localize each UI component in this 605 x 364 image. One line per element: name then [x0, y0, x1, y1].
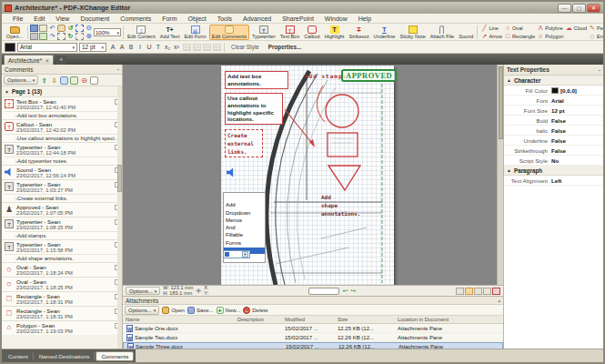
toolbar-labeled-button[interactable]: Edit Content [126, 25, 157, 40]
continuous-view-icon[interactable] [465, 288, 473, 295]
oval-annotation[interactable] [326, 95, 358, 127]
comment-item[interactable]: Typewriter - Sean 23/02/2017, 1:15:58 PM… [2, 239, 122, 262]
open-button[interactable]: Open... [4, 25, 25, 40]
comment-item[interactable]: Oval - Sean 23/02/2017, 1:18:24 PM [2, 262, 122, 277]
sidebar-bottom-tab[interactable]: Comments [96, 351, 134, 361]
previous-view-icon[interactable]: ↩ [342, 288, 348, 295]
shape-tool-bottom[interactable]: Eraser [589, 33, 603, 40]
chevron-down-icon[interactable]: ▾ [242, 251, 248, 258]
zoom-in-icon[interactable] [85, 33, 93, 40]
dropdown-form-field[interactable]: ▾ [223, 250, 250, 258]
new-tab-button[interactable]: + [55, 56, 66, 65]
menu-item[interactable]: Help [353, 15, 377, 22]
shape-tool-bottom[interactable]: Polygon [537, 33, 563, 40]
property-row[interactable]: Script Style No [504, 156, 603, 166]
attachment-row[interactable]: WSample One.docx 15/02/2017 ... 12.25 KB… [123, 324, 503, 333]
comment-item[interactable]: Typewriter - Sean 23/02/2017, 1:08:25 PM… [2, 217, 122, 239]
redo-icon[interactable] [48, 33, 56, 40]
previous-comment-icon[interactable] [40, 76, 48, 85]
sidebar-bottom-tab[interactable]: Content [4, 352, 34, 360]
attachments-options-button[interactable]: Options...▾ [125, 306, 159, 315]
clear-style-button[interactable]: Clear Style [227, 44, 263, 50]
maximize-button[interactable]: ▢ [572, 4, 586, 13]
menu-item[interactable]: Object [182, 15, 211, 22]
comment-item[interactable]: Oval - Sean 23/02/2017, 1:18:25 PM [2, 277, 122, 291]
menu-item[interactable]: Tools [212, 15, 237, 22]
expand-comments-icon[interactable] [60, 76, 68, 85]
format-button[interactable]: x₂ [163, 43, 172, 52]
undo-icon[interactable] [48, 25, 56, 32]
page-number-field[interactable] [308, 288, 339, 295]
property-row[interactable]: Text Alignment Left [504, 176, 603, 186]
delete-attachment-button[interactable]: Delete [243, 307, 267, 314]
format-button[interactable]: I [136, 43, 145, 52]
font-size-select[interactable]: 12 pt▾ [79, 43, 106, 52]
menu-item[interactable]: Window [319, 15, 353, 22]
menu-item[interactable]: Edit [28, 15, 50, 22]
shape-tool-top[interactable]: Line [480, 25, 502, 32]
delete-comment-icon[interactable] [80, 76, 88, 85]
comment-item[interactable]: Text Box - Sean 23/02/2017, 12:41:40 PM … [2, 96, 122, 119]
minimize-button[interactable]: — [558, 4, 571, 13]
toolbar-labeled-button[interactable]: Strikeout [347, 25, 370, 40]
attachment-row[interactable]: WSample Two.docx 15/02/2017 ... 12.26 KB… [123, 333, 503, 342]
menu-item[interactable]: View [50, 15, 75, 22]
align-right-icon[interactable] [203, 44, 211, 51]
toolbar-labeled-button[interactable]: Sound [457, 25, 475, 40]
next-comment-icon[interactable] [50, 76, 58, 85]
pin-icon[interactable]: ▪ [117, 66, 119, 72]
property-row[interactable]: Bold False [504, 116, 603, 126]
property-row[interactable]: Font Arial [504, 96, 603, 106]
collapse-comments-icon[interactable] [70, 76, 78, 85]
comment-item[interactable]: Polygon - Sean 23/02/2017, 1:19:03 PM [2, 320, 122, 335]
toolbar-labeled-button[interactable]: Text Box [278, 25, 301, 40]
toolbar-labeled-button[interactable]: Callout [302, 25, 321, 40]
shape-tool-top[interactable]: Polyline [537, 25, 563, 32]
menu-item[interactable]: Document [75, 15, 115, 22]
font-family-select[interactable]: Arial▾ [17, 43, 77, 52]
close-panel-icon[interactable]: ▪ [599, 67, 600, 73]
next-view-icon[interactable]: ↪ [350, 288, 356, 295]
format-button[interactable]: B [126, 43, 136, 52]
pdf-page[interactable]: Add text box annotations. Add stamps: AP… [221, 66, 394, 285]
text-color-swatch[interactable] [5, 43, 15, 52]
shape-tool-bottom[interactable] [565, 33, 587, 40]
select-all-icon[interactable] [76, 33, 84, 40]
menu-item[interactable]: SharePoint [277, 15, 319, 22]
shape-tool-top[interactable]: Pencil [589, 25, 603, 32]
external-links-note[interactable]: Create external links. [225, 129, 263, 157]
property-row[interactable]: Font Size 12 pt [504, 106, 603, 116]
shape-tool-top[interactable]: Cloud [565, 25, 587, 32]
comments-options-button[interactable]: Options...▾ [4, 76, 38, 85]
save-attachment-button[interactable]: Save... [187, 307, 214, 314]
comment-properties-icon[interactable] [90, 76, 98, 85]
text-box-annotation[interactable]: Add text box annotations. [225, 71, 288, 89]
two-page-view-icon[interactable] [474, 288, 482, 295]
toolbar-labeled-button[interactable]: Add Text [158, 25, 182, 40]
shape-tool-bottom[interactable]: Rectangle [504, 33, 535, 40]
comment-item[interactable]: Rectangle - Sean 23/02/2017, 1:18:31 PM [2, 291, 122, 306]
format-button[interactable]: A [117, 43, 126, 52]
toolbar-labeled-button[interactable]: Edit Form [182, 25, 207, 40]
print-icon[interactable] [30, 33, 38, 40]
menu-item[interactable]: Comments [115, 15, 156, 22]
comment-item[interactable]: Approved - Sean 23/02/2017, 1:07:05 PM [2, 202, 122, 217]
menu-item[interactable]: Advanced [237, 15, 277, 22]
polygon-annotation[interactable] [328, 166, 360, 190]
align-center-icon[interactable] [193, 44, 201, 51]
shape-tool-bottom[interactable]: Arrow [480, 33, 502, 40]
approved-stamp[interactable]: APPROVED [341, 69, 397, 82]
property-row[interactable]: Strikethrough False [504, 146, 603, 156]
paragraph-section-header[interactable]: ▲ Paragraph [504, 166, 603, 176]
format-button[interactable]: A [108, 43, 117, 52]
callout-annotation[interactable]: Use callout annotations to highlight spe… [225, 93, 283, 125]
shape-note[interactable]: Add shape annotations. [321, 193, 360, 217]
reading-mode-icon[interactable] [492, 288, 500, 295]
toolbar-labeled-button[interactable]: Attach File [429, 25, 456, 40]
align-justify-icon[interactable] [213, 44, 221, 51]
sidebar-bottom-tab[interactable]: Named Destinations [35, 352, 96, 360]
document-tab[interactable]: Architecture* ✕ [4, 55, 54, 65]
two-page-continuous-view-icon[interactable] [483, 288, 491, 295]
character-section-header[interactable]: ▲ Character [504, 76, 603, 86]
zoom-level-select[interactable]: 100%▾ [94, 28, 121, 36]
